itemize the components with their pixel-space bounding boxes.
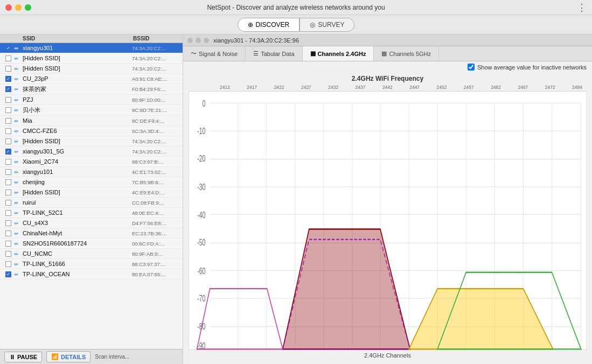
- network-bssid: 00:6C:FD:A:...: [132, 241, 180, 247]
- network-row[interactable]: ⇍[Hidden SSID]4C:E9:E4:D:...: [0, 187, 183, 198]
- network-ssid: ChinaNet-hMyt: [23, 230, 132, 236]
- network-checkbox[interactable]: [5, 210, 11, 216]
- network-checkbox[interactable]: [5, 107, 11, 113]
- wifi-icon: ⇍: [14, 210, 23, 216]
- wifi-icon: ⇍: [14, 45, 23, 51]
- details-button[interactable]: 📶 DETAILS: [46, 351, 90, 362]
- network-checkbox[interactable]: [5, 271, 11, 277]
- network-ssid: [Hidden SSID]: [23, 65, 132, 72]
- network-row[interactable]: ⇍SN2HO51R660618772400:6C:FD:A:...: [0, 239, 183, 249]
- network-row[interactable]: ⇍[Hidden SSID]74:3A:20:C2:...: [0, 136, 183, 146]
- wifi-icon: ⇍: [14, 200, 23, 206]
- detail-window-title: xiangyu301 - 74:3A:20:C2:3E:96: [213, 37, 299, 44]
- network-rows: ⇍xiangyu30174:3A:20:C2:...⇍[Hidden SSID]…: [0, 43, 183, 349]
- network-checkbox[interactable]: [5, 118, 11, 124]
- network-row[interactable]: ⇍贝小米9C:9D:7E:21:...: [0, 105, 183, 116]
- network-bssid: 9C:9D:7E:21:...: [132, 107, 180, 113]
- chart-x-label: 2.4GHz Channels: [189, 352, 587, 359]
- survey-label: SURVEY: [318, 21, 344, 29]
- network-checkbox[interactable]: [5, 55, 11, 61]
- tab-tabular-data[interactable]: ☰ Tabular Data: [246, 46, 302, 61]
- detail-min-btn[interactable]: [196, 38, 201, 43]
- pause-label: PAUSE: [17, 354, 37, 360]
- network-row[interactable]: ⇍xiangyu301_5G74:3A:20:C2:...: [0, 146, 183, 157]
- menu-button[interactable]: ⋮: [577, 3, 587, 12]
- tab-channels-5[interactable]: ▦ Channels 5GHz: [374, 46, 439, 61]
- network-row[interactable]: ⇍TP-LINK_52C148:0E:EC:4:...: [0, 208, 183, 218]
- network-ssid: CU_s4X3: [23, 220, 132, 226]
- wifi-icon: ⇍: [14, 230, 23, 236]
- network-checkbox[interactable]: [5, 45, 11, 51]
- pause-button[interactable]: ⏸ PAUSE: [4, 352, 42, 362]
- maximize-button[interactable]: [25, 4, 31, 11]
- network-row[interactable]: ⇍ruiruiCC:08:FB:9:...: [0, 198, 183, 208]
- survey-tab[interactable]: ◎ SURVEY: [300, 18, 354, 32]
- network-row[interactable]: ⇍[Hidden SSID]74:3A:20:C2:...: [0, 53, 183, 64]
- network-checkbox[interactable]: [5, 86, 11, 92]
- detail-window-buttons: [187, 38, 209, 43]
- detail-max-btn[interactable]: [204, 38, 209, 43]
- network-bssid: 88:C3:97:B:...: [132, 159, 180, 165]
- tab-channels-24[interactable]: ▦ Channels 2.4GHz: [303, 46, 374, 61]
- network-ssid: [Hidden SSID]: [23, 138, 132, 144]
- close-button[interactable]: [5, 4, 12, 11]
- wifi-icon: ⇍: [14, 128, 23, 134]
- network-bssid: 80:8F:1D:00:...: [132, 97, 180, 103]
- detail-close-btn[interactable]: [187, 38, 193, 43]
- freq-labels: 2412 2417 2422 2427 2432 2437 2442 2447 …: [189, 85, 587, 91]
- network-row[interactable]: ⇍CU_23pPA0:91:C8:AE:...: [0, 74, 183, 84]
- network-row[interactable]: ⇍抹茶的家F0:B4:29:F6:...: [0, 84, 183, 95]
- network-ssid: TP-LINK_51666: [23, 261, 132, 267]
- network-checkbox[interactable]: [5, 230, 11, 236]
- network-row[interactable]: ⇍CMCC-FZE65C:3A:3D:4:...: [0, 126, 183, 136]
- network-checkbox[interactable]: [5, 251, 11, 257]
- network-row[interactable]: ⇍xiangyu1014C:E1:73:02:...: [0, 167, 183, 177]
- network-checkbox[interactable]: [5, 66, 11, 72]
- svg-text:0: 0: [202, 99, 205, 109]
- network-checkbox[interactable]: [5, 159, 11, 165]
- discover-label: DISCOVER: [256, 21, 290, 29]
- wifi-icon: ⇍: [14, 76, 23, 82]
- network-row[interactable]: ⇍TP-LINK_OCEAN80:EA:07:65:...: [0, 269, 183, 279]
- network-row[interactable]: ⇍ChinaNet-hMytEC:23:7B:36:...: [0, 228, 183, 239]
- network-checkbox[interactable]: [5, 76, 11, 82]
- window-controls: [5, 4, 31, 11]
- network-checkbox[interactable]: [5, 97, 11, 103]
- network-row[interactable]: ⇍[Hidden SSID]74:3A:20:C2:...: [0, 64, 183, 74]
- network-bssid: 74:3A:20:C2:...: [132, 138, 180, 144]
- network-checkbox[interactable]: [5, 190, 11, 195]
- network-row[interactable]: ⇍CU_s4X3D4:F7:56:E8:...: [0, 218, 183, 228]
- minimize-button[interactable]: [15, 4, 22, 11]
- scan-interval-text: Scan interva...: [95, 354, 129, 360]
- network-checkbox[interactable]: [5, 138, 11, 144]
- network-row[interactable]: ⇍Xiaomi_2C7488:C3:97:B:...: [0, 157, 183, 167]
- wave-icon: 〜: [191, 50, 197, 58]
- wifi-icon: ⇍: [14, 159, 23, 165]
- network-bssid: F0:B4:29:F6:...: [132, 86, 180, 92]
- network-row[interactable]: ⇍chenjing7C:B5:9B:6:...: [0, 177, 183, 187]
- network-checkbox[interactable]: [5, 261, 11, 267]
- svg-text:-40: -40: [197, 210, 205, 220]
- network-bssid: 7C:B5:9B:6:...: [132, 179, 180, 185]
- network-row[interactable]: ⇍PZJ80:8F:1D:00:...: [0, 95, 183, 105]
- network-checkbox[interactable]: [5, 169, 11, 175]
- network-row[interactable]: ⇍TP-LINK_5166688:C3:97:37:...: [0, 259, 183, 269]
- network-row[interactable]: ⇍xiangyu30174:3A:20:C2:...: [0, 43, 183, 53]
- network-checkbox[interactable]: [5, 241, 11, 247]
- detail-panel: xiangyu301 - 74:3A:20:C2:3E:96 〜 Signal …: [183, 34, 592, 364]
- network-row[interactable]: ⇍Mia8C:DE:F9:4:...: [0, 116, 183, 126]
- grid-icon: ▦: [310, 50, 316, 57]
- wifi-icon: ⇍: [14, 107, 23, 113]
- discover-tab[interactable]: ⊕ DISCOVER: [238, 18, 300, 32]
- network-checkbox[interactable]: [5, 220, 11, 226]
- tab-signal-noise[interactable]: 〜 Signal & Noise: [183, 46, 246, 61]
- network-ssid: Xiaomi_2C74: [23, 158, 132, 165]
- network-checkbox[interactable]: [5, 149, 11, 155]
- network-checkbox[interactable]: [5, 128, 11, 134]
- wifi-icon: ⇍: [14, 55, 23, 61]
- list-icon: ☰: [253, 50, 259, 57]
- network-row[interactable]: ⇍CU_NCMC80:9F:AB:0:...: [0, 249, 183, 259]
- network-checkbox[interactable]: [5, 200, 11, 206]
- avg-checkbox[interactable]: [468, 64, 475, 71]
- network-checkbox[interactable]: [5, 179, 11, 185]
